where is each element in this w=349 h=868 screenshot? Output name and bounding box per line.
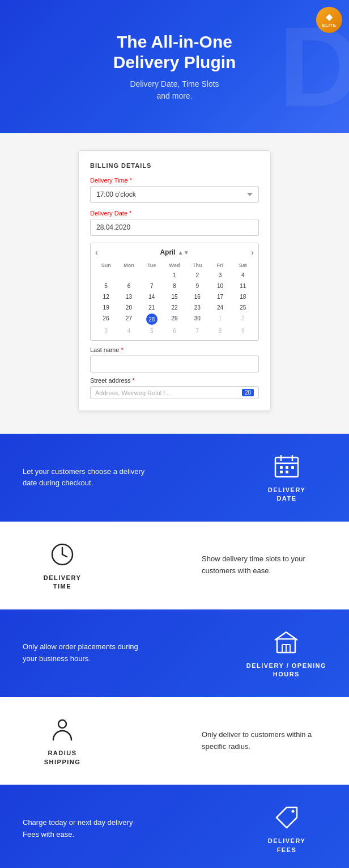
delivery-date-label: Delivery Date * — [90, 210, 259, 217]
table-row[interactable]: 7 — [186, 326, 208, 336]
person-icon — [48, 715, 77, 744]
table-row[interactable]: 23 — [186, 303, 208, 312]
feature-radius-shipping: RADIUSSHIPPING Only deliver to customers… — [0, 697, 349, 785]
table-row[interactable]: 26 — [95, 314, 117, 325]
table-row[interactable]: 19 — [95, 303, 117, 312]
delivery-date-input[interactable] — [90, 219, 259, 236]
table-row[interactable]: 10 — [209, 281, 231, 291]
table-row[interactable]: 7 — [141, 281, 163, 291]
name-row: Last name * — [90, 346, 259, 372]
table-row[interactable]: 27 — [118, 314, 139, 325]
table-row[interactable]: 25 — [232, 303, 254, 312]
calendar-header: ‹ April ▲▼ › — [95, 248, 254, 257]
table-row[interactable]: 30 — [186, 314, 208, 325]
delivery-time-text: Show delivery time slots to your custome… — [202, 553, 326, 577]
delivery-time-label-text: DELIVERYTIME — [44, 574, 82, 591]
last-name-input[interactable] — [90, 355, 259, 372]
table-row[interactable]: 11 — [232, 281, 254, 291]
table-row[interactable]: 17 — [209, 292, 231, 302]
calendar-icon — [272, 452, 301, 481]
calendar-grid: Sun Mon Tue Wed Thu Fri Sat 1 2 3 4 5 6 … — [95, 261, 254, 336]
table-row[interactable]: 14 — [141, 292, 163, 302]
delivery-fees-block: DELIVERYFEES — [247, 803, 326, 854]
cal-header-wed: Wed — [164, 261, 185, 269]
table-row[interactable]: 18 — [232, 292, 254, 302]
clock-icon — [48, 540, 77, 569]
feature-delivery-fees: Charge today or next day delivery Fees w… — [0, 785, 349, 868]
last-name-label: Last name * — [90, 346, 259, 353]
table-row[interactable]: 5 — [141, 326, 163, 336]
opening-hours-block: DELIVERY / OPENINGHOURS — [246, 628, 326, 679]
table-row[interactable]: 1 — [164, 270, 185, 280]
svg-point-15 — [58, 720, 66, 728]
table-row[interactable]: 2 — [232, 314, 254, 325]
table-row[interactable] — [118, 270, 139, 280]
billing-details-title: BILLING DETAILS — [90, 162, 259, 169]
address-input-row: Address, Weirweg Rolul f... 20 — [90, 386, 259, 399]
table-row[interactable]: 1 — [209, 314, 231, 325]
delivery-fees-text: Charge today or next day delivery Fees w… — [23, 817, 147, 841]
elite-badge: ◆ ELITE — [316, 7, 342, 33]
calendar-selected-day[interactable]: 28 — [146, 314, 158, 325]
checkout-section: BILLING DETAILS Delivery Time * 17:00 o'… — [0, 133, 349, 434]
table-row[interactable]: 5 — [95, 281, 117, 291]
table-row[interactable]: 3 — [95, 326, 117, 336]
delivery-date-group: Delivery Date * — [90, 210, 259, 236]
table-row[interactable]: 16 — [186, 292, 208, 302]
cal-header-sat: Sat — [232, 261, 254, 269]
calendar-month-year: April ▲▼ — [160, 248, 189, 256]
elite-star-icon: ◆ — [326, 12, 333, 22]
table-row[interactable]: 12 — [95, 292, 117, 302]
cal-header-thu: Thu — [186, 261, 208, 269]
hero-title: The All-in-One Delivery Plugin — [113, 32, 236, 73]
radius-shipping-block: RADIUSSHIPPING — [23, 715, 102, 767]
table-row[interactable]: 8 — [209, 326, 231, 336]
table-row[interactable] — [141, 270, 163, 280]
table-row[interactable]: 6 — [164, 326, 185, 336]
svg-line-11 — [62, 554, 67, 557]
table-row[interactable]: 24 — [209, 303, 231, 312]
feature-opening-hours: Only allow order placements during your … — [0, 609, 349, 697]
calendar-prev[interactable]: ‹ — [95, 248, 98, 257]
svg-point-16 — [292, 810, 295, 813]
opening-hours-label: DELIVERY / OPENINGHOURS — [246, 662, 326, 679]
date-calendar: ‹ April ▲▼ › Sun Mon Tue Wed Thu Fri Sat — [90, 243, 259, 341]
calendar-next[interactable]: › — [251, 248, 254, 257]
radius-shipping-label: RADIUSSHIPPING — [44, 749, 81, 767]
hero-subtitle: Delivery Date, Time Slots and more. — [130, 78, 219, 102]
opening-hours-text: Only allow order placements during your … — [23, 641, 147, 665]
table-row[interactable]: 8 — [164, 281, 185, 291]
table-row[interactable] — [95, 270, 117, 280]
table-row[interactable]: 9 — [232, 326, 254, 336]
building-icon — [271, 628, 301, 657]
table-row[interactable]: 15 — [164, 292, 185, 302]
svg-rect-6 — [291, 466, 294, 469]
radius-shipping-text: Only deliver to customers within a speci… — [202, 729, 326, 753]
table-row[interactable]: 9 — [186, 281, 208, 291]
table-row[interactable]: 21 — [141, 303, 163, 312]
table-row[interactable]: 3 — [209, 270, 231, 280]
delivery-time-label: Delivery Time * — [90, 177, 259, 184]
delivery-time-select[interactable]: 17:00 o'clock — [90, 186, 259, 203]
delivery-time-group: Delivery Time * 17:00 o'clock — [90, 177, 259, 203]
street-address-group: Street address * Address, Weirweg Rolul … — [90, 377, 259, 399]
svg-rect-5 — [286, 466, 288, 469]
delivery-time-block: DELIVERYTIME — [23, 540, 102, 591]
table-row[interactable]: 13 — [118, 292, 139, 302]
cal-header-mon: Mon — [118, 261, 139, 269]
cal-header-tue: Tue — [141, 261, 163, 269]
table-row[interactable]: 22 — [164, 303, 185, 312]
table-row[interactable]: 4 — [118, 326, 139, 336]
table-row[interactable]: 29 — [164, 314, 185, 325]
table-row[interactable]: 2 — [186, 270, 208, 280]
table-row[interactable]: 20 — [118, 303, 139, 312]
delivery-date-label: DELIVERYDATE — [268, 486, 306, 503]
svg-rect-8 — [286, 471, 288, 473]
svg-rect-7 — [280, 471, 283, 473]
hero-section: D ◆ ELITE The All-in-One Delivery Plugin… — [0, 0, 349, 133]
table-row[interactable]: 4 — [232, 270, 254, 280]
feature-delivery-time: DELIVERYTIME Show delivery time slots to… — [0, 522, 349, 609]
svg-rect-4 — [280, 466, 283, 469]
delivery-date-text: Let your customers choose a delivery dat… — [23, 466, 147, 490]
table-row[interactable]: 6 — [118, 281, 139, 291]
